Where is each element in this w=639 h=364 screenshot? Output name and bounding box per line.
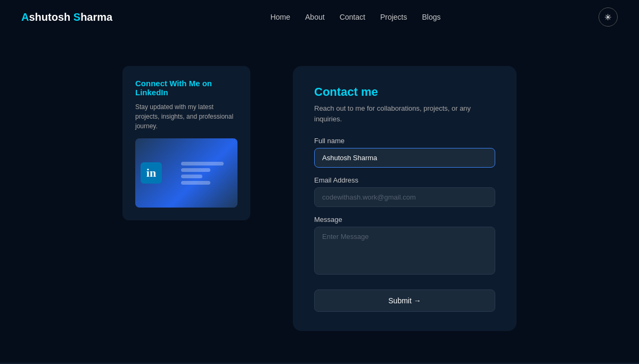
nav-home[interactable]: Home	[271, 13, 290, 21]
message-group: Message	[314, 216, 495, 277]
full-name-group: Full name	[314, 137, 495, 168]
full-name-label: Full name	[314, 137, 495, 145]
nav-about[interactable]: About	[305, 13, 325, 21]
linkedin-card: Connect With Me on LinkedIn Stay updated…	[122, 66, 250, 220]
brand-letter-a: A	[21, 11, 29, 23]
linkedin-card-description: Stay updated with my latest projects, in…	[135, 102, 237, 131]
mock-line-4	[181, 181, 210, 185]
message-label: Message	[314, 216, 495, 224]
contact-form-heading: Contact me	[314, 85, 495, 99]
email-label: Email Address	[314, 176, 495, 184]
main-content: Connect With Me on LinkedIn Stay updated…	[0, 34, 639, 363]
mock-line-1	[181, 162, 224, 166]
contact-form-subtitle: Reach out to me for collaborations, proj…	[314, 103, 495, 124]
nav-contact[interactable]: Contact	[340, 13, 365, 21]
nav-links: Home About Contact Projects Blogs	[271, 12, 441, 22]
navbar: Ashutosh Sharma Home About Contact Proje…	[0, 0, 639, 34]
mock-line-3	[181, 175, 202, 178]
submit-button[interactable]: Submit →	[314, 289, 495, 312]
mock-line-2	[181, 168, 210, 172]
linkedin-card-title: Connect With Me on LinkedIn	[135, 79, 237, 97]
email-input[interactable]	[314, 187, 495, 207]
linkedin-mock-lines	[181, 162, 224, 185]
linkedin-preview: in	[135, 138, 237, 208]
full-name-input[interactable]	[314, 148, 495, 168]
brand-letter-s: S	[73, 11, 80, 23]
email-group: Email Address	[314, 176, 495, 207]
nav-blogs[interactable]: Blogs	[422, 13, 440, 21]
brand-logo: Ashutosh Sharma	[21, 11, 112, 23]
nav-projects[interactable]: Projects	[380, 13, 407, 21]
message-textarea[interactable]	[314, 227, 495, 275]
linkedin-mock: in	[135, 138, 237, 208]
contact-form-container: Contact me Reach out to me for collabora…	[293, 66, 517, 331]
linkedin-logo-icon: in	[141, 162, 162, 184]
theme-toggle-button[interactable]: ✳	[599, 7, 618, 27]
